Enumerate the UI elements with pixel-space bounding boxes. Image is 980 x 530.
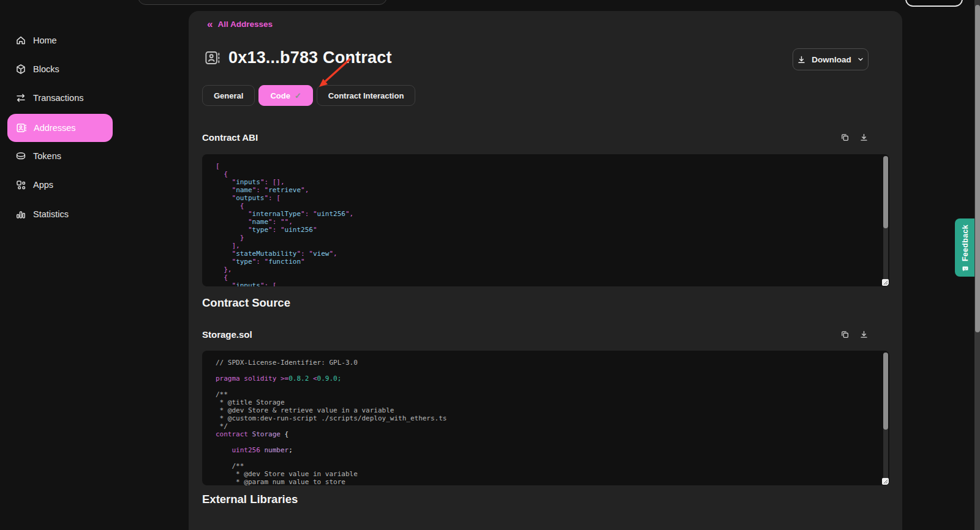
tab-contract-interaction[interactable]: Contract Interaction (317, 85, 416, 106)
abi-code: [ { "inputs": [], "name": "retrieve", "o… (202, 154, 889, 286)
tab-label: General (214, 91, 243, 100)
feedback-button[interactable]: Feedback (955, 218, 976, 277)
sidebar-item-label: Transactions (33, 93, 83, 103)
contract-abi-title: Contract ABI (202, 132, 258, 143)
chevron-down-icon (857, 56, 864, 63)
abi-scrollbar-track[interactable] (883, 156, 888, 285)
back-link-label: All Addresses (217, 20, 273, 29)
checkmark-icon: ✓ (295, 91, 301, 100)
download-source-button[interactable] (858, 329, 869, 340)
download-button[interactable]: Download (793, 48, 869, 70)
connect-wallet-button[interactable] (905, 0, 963, 7)
tab-general[interactable]: General (202, 85, 255, 106)
copy-abi-button[interactable] (839, 132, 850, 143)
abi-resize-handle[interactable] (882, 279, 889, 286)
statistics-icon (15, 209, 26, 220)
sidebar-item-blocks[interactable]: Blocks (0, 61, 123, 78)
apps-icon (15, 179, 26, 190)
external-libraries-title: External Libraries (202, 493, 298, 506)
page-scrollbar-thumb[interactable] (975, 5, 980, 332)
feedback-chat-icon (960, 266, 970, 272)
back-to-all-addresses-link[interactable]: « All Addresses (207, 20, 273, 29)
tab-label: Code (270, 91, 290, 100)
sidebar-item-home[interactable]: Home (0, 32, 123, 49)
source-scrollbar-track[interactable] (883, 353, 888, 483)
blocks-icon (15, 64, 26, 75)
transactions-icon (15, 92, 26, 103)
contact-card-icon (204, 50, 221, 66)
tab-bar: General Code ✓ Contract Interaction (202, 85, 415, 106)
download-icon (859, 330, 869, 339)
feedback-label: Feedback (961, 225, 970, 261)
storage-sol-code-block: // SPDX-License-Identifier: GPL-3.0 prag… (202, 351, 889, 485)
copy-source-button[interactable] (839, 329, 850, 340)
sidebar-item-label: Tokens (33, 151, 61, 161)
sidebar-item-label: Home (33, 35, 57, 45)
download-abi-button[interactable] (858, 132, 869, 143)
source-scrollbar-thumb[interactable] (883, 353, 888, 430)
sidebar-item-statistics[interactable]: Statistics (0, 206, 123, 223)
contract-abi-code-block: [ { "inputs": [], "name": "retrieve", "o… (202, 154, 889, 286)
page-title: 0x13...b783 Contract (228, 48, 392, 67)
download-label: Download (812, 55, 851, 64)
storage-sol-title: Storage.sol (202, 329, 252, 340)
tab-code[interactable]: Code ✓ (258, 85, 312, 106)
sidebar-item-tokens[interactable]: Tokens (0, 147, 123, 165)
copy-icon (840, 133, 850, 142)
download-icon (797, 55, 806, 64)
tokens-icon (15, 151, 26, 162)
sidebar-item-label: Addresses (34, 123, 76, 133)
source-resize-handle[interactable] (882, 478, 889, 485)
sidebar-item-label: Apps (33, 180, 53, 190)
double-chevron-left-icon: « (207, 20, 213, 28)
abi-scrollbar-thumb[interactable] (883, 156, 888, 228)
addresses-icon (16, 122, 27, 133)
contract-source-title: Contract Source (202, 296, 290, 310)
sidebar-item-label: Blocks (33, 64, 59, 74)
sidebar-item-addresses[interactable]: Addresses (7, 114, 113, 142)
sidebar-item-apps[interactable]: Apps (0, 176, 123, 193)
tab-label: Contract Interaction (328, 91, 404, 100)
storage-code: // SPDX-License-Identifier: GPL-3.0 prag… (202, 351, 889, 485)
title-row: 0x13...b783 Contract (204, 48, 392, 67)
copy-icon (840, 330, 850, 339)
main-panel: « All Addresses 0x13...b783 Contract Dow… (189, 11, 902, 530)
home-icon (15, 35, 26, 46)
sidebar: Home Blocks Transactions Addresses Token… (0, 0, 184, 530)
page: Home Blocks Transactions Addresses Token… (0, 0, 980, 530)
sidebar-item-transactions[interactable]: Transactions (0, 89, 123, 106)
sidebar-item-label: Statistics (33, 209, 69, 219)
download-icon (859, 133, 869, 142)
